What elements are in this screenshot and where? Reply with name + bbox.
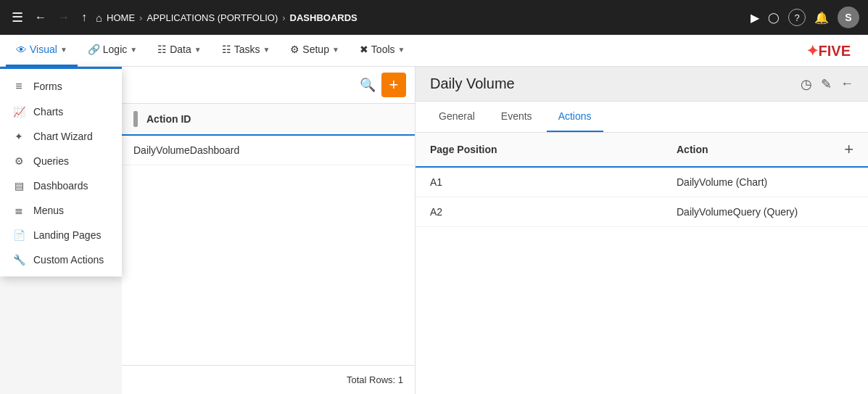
action-id-column-header: Action ID [146, 113, 191, 125]
play-button[interactable]: ▶ [751, 11, 759, 25]
dropdown-forms-label: Forms [33, 81, 62, 92]
table-row[interactable]: A2 DailyVolumeQuery (Query) [416, 197, 868, 227]
nav-setup-label: Setup [302, 44, 329, 55]
setup-icon: ⚙ [290, 44, 299, 55]
left-panel-header: Action ID [122, 104, 415, 136]
action-header: Action [677, 144, 844, 155]
dropdown-chart-wizard-label: Chart Wizard [33, 131, 93, 142]
action-a2: DailyVolumeQuery (Query) [677, 206, 853, 218]
landing-pages-icon: 📄 [12, 229, 26, 241]
breadcrumb: ⌂ HOME › APPLICATIONS (PORTFOLIO) › DASH… [96, 12, 745, 24]
top-bar-actions: ▶ ◯ ? 🔔 S [751, 7, 859, 28]
search-button[interactable]: 🔍 [360, 77, 376, 93]
home-icon: ⌂ [96, 12, 102, 24]
tools-chevron-icon: ▼ [398, 46, 405, 54]
top-bar: ☰ ← → ↑ ⌂ HOME › APPLICATIONS (PORTFOLIO… [0, 0, 868, 35]
logic-chevron-icon: ▼ [130, 46, 137, 54]
edit-button[interactable]: ✎ [821, 76, 832, 92]
dashboards-icon: ▤ [12, 180, 26, 192]
tabs-bar: General Events Actions [416, 102, 868, 133]
dropdown-queries[interactable]: ⚙ Queries [0, 149, 122, 173]
dropdown-chart-wizard[interactable]: ✦ Chart Wizard [0, 124, 122, 149]
nav-tasks-label: Tasks [234, 44, 260, 55]
page-title: Daily Volume [430, 75, 801, 92]
actions-table: Page Position Action + A1 DailyVolume (C… [416, 133, 868, 394]
main-layout: ≡ Forms 📈 Charts ✦ Chart Wizard ⚙ Querie… [0, 67, 868, 394]
right-panel-header: Daily Volume ◷ ✎ ← [416, 67, 868, 102]
action-id-value: DailyVolumeDashboard [133, 144, 239, 156]
nav-data-label: Data [170, 44, 191, 55]
history-button[interactable]: ◷ [801, 76, 812, 92]
tasks-chevron-icon: ▼ [263, 46, 270, 54]
back-icon[interactable]: ← [32, 8, 49, 27]
nav-visual-label: Visual [30, 44, 57, 55]
back-button[interactable]: ← [840, 76, 853, 91]
tab-actions-label: Actions [558, 110, 592, 122]
actions-table-header: Page Position Action + [416, 133, 868, 168]
forms-icon: ≡ [12, 80, 26, 93]
tab-general[interactable]: General [427, 102, 487, 132]
nav-tools[interactable]: ✖ Tools ▼ [350, 35, 416, 67]
right-panel: Daily Volume ◷ ✎ ← General Events Action… [416, 67, 868, 394]
position-a2: A2 [430, 206, 677, 218]
dropdown-landing-pages[interactable]: 📄 Landing Pages [0, 223, 122, 247]
search-button[interactable]: ◯ [768, 12, 780, 23]
dropdown-custom-actions[interactable]: 🔧 Custom Actions [0, 247, 122, 272]
breadcrumb-dashboards[interactable]: DASHBOARDS [290, 12, 357, 23]
charts-icon: 📈 [12, 106, 26, 118]
column-indicator [133, 111, 138, 127]
dropdown-custom-actions-label: Custom Actions [33, 254, 104, 266]
dropdown-queries-label: Queries [33, 155, 69, 167]
nav-data[interactable]: ☷ Data ▼ [147, 35, 211, 67]
right-panel-actions: ◷ ✎ ← [801, 76, 853, 92]
table-row[interactable]: DailyVolumeDashboard [122, 136, 415, 165]
setup-chevron-icon: ▼ [332, 46, 339, 54]
tab-events-label: Events [501, 110, 532, 122]
up-icon[interactable]: ↑ [78, 8, 90, 27]
nav-tasks[interactable]: ☷ Tasks ▼ [212, 35, 281, 67]
custom-actions-icon: 🔧 [12, 254, 26, 266]
breadcrumb-applications[interactable]: APPLICATIONS (PORTFOLIO) [146, 12, 278, 23]
add-action-button[interactable]: + [844, 140, 853, 159]
avatar[interactable]: S [838, 7, 859, 28]
logic-icon: 🔗 [88, 44, 100, 55]
nav-logic[interactable]: 🔗 Logic ▼ [78, 35, 147, 67]
help-button[interactable]: ? [788, 9, 806, 26]
tab-general-label: General [439, 110, 475, 122]
menus-icon: ≣ [12, 205, 26, 216]
five-logo: ✦FIVE [806, 42, 862, 59]
dropdown-dashboards-label: Dashboards [33, 180, 88, 192]
tasks-icon: ☷ [222, 44, 231, 55]
dropdown-forms[interactable]: ≡ Forms [0, 73, 122, 99]
dropdown-dashboards[interactable]: ▤ Dashboards [0, 173, 122, 198]
eye-icon: 👁 [16, 44, 27, 56]
nav-logic-label: Logic [103, 44, 127, 55]
dropdown-landing-pages-label: Landing Pages [33, 229, 101, 241]
dropdown-charts-label: Charts [33, 106, 63, 118]
table-row[interactable]: A1 DailyVolume (Chart) [416, 168, 868, 197]
data-icon: ☷ [157, 44, 167, 55]
dropdown-charts[interactable]: 📈 Charts [0, 99, 122, 124]
logo-text: FIVE [819, 43, 851, 59]
nav-tools-label: Tools [371, 44, 395, 55]
chart-wizard-icon: ✦ [12, 131, 26, 142]
position-a1: A1 [430, 176, 677, 188]
tab-events[interactable]: Events [489, 102, 544, 132]
dropdown-menus[interactable]: ≣ Menus [0, 198, 122, 223]
left-panel-toolbar: 🔍 + [122, 67, 415, 104]
nav-bar: 👁 Visual ▼ 🔗 Logic ▼ ☷ Data ▼ ☷ Tasks ▼ … [0, 35, 868, 67]
tools-icon: ✖ [360, 44, 368, 55]
visual-dropdown-menu: ≡ Forms 📈 Charts ✦ Chart Wizard ⚙ Querie… [0, 67, 122, 276]
nav-setup[interactable]: ⚙ Setup ▼ [280, 35, 350, 67]
forward-icon[interactable]: → [55, 8, 73, 27]
menu-icon[interactable]: ☰ [9, 7, 26, 28]
breadcrumb-home[interactable]: HOME [107, 12, 135, 23]
dropdown-menus-label: Menus [33, 205, 64, 216]
notifications-button[interactable]: 🔔 [814, 11, 829, 25]
add-button[interactable]: + [381, 73, 406, 97]
nav-visual[interactable]: 👁 Visual ▼ [6, 35, 78, 67]
queries-icon: ⚙ [12, 155, 26, 167]
visual-chevron-icon: ▼ [60, 46, 67, 54]
total-rows-label: Total Rows: 1 [347, 374, 403, 385]
tab-actions[interactable]: Actions [547, 102, 603, 132]
